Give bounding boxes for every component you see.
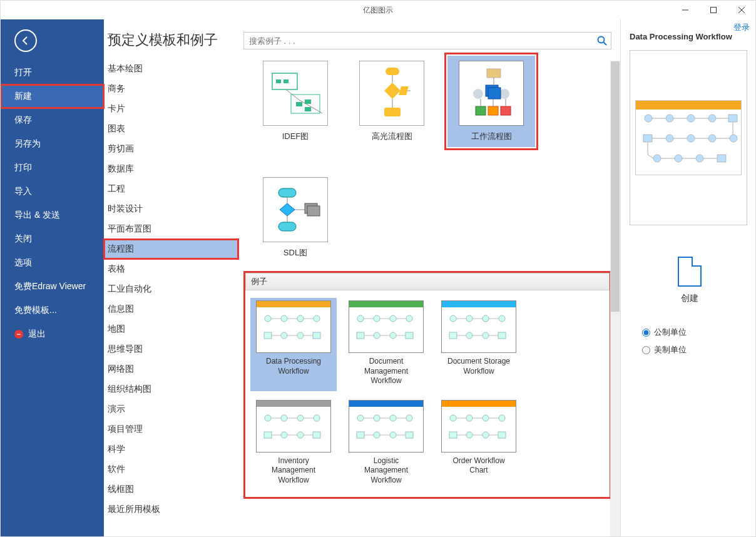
svg-rect-19 bbox=[399, 86, 409, 95]
sidebar-item-templates[interactable]: 免费模板... bbox=[1, 299, 104, 322]
svg-point-96 bbox=[357, 415, 364, 421]
svg-point-60 bbox=[390, 332, 396, 339]
template-sdl[interactable]: SDL图 bbox=[255, 177, 336, 258]
sidebar-item-save[interactable]: 保存 bbox=[1, 108, 104, 132]
example-thumb bbox=[256, 300, 331, 353]
example-label: Data ProcessingWorkflow bbox=[250, 357, 337, 376]
svg-point-40 bbox=[265, 315, 271, 322]
example-card[interactable]: InventoryManagementWorkflow bbox=[250, 397, 337, 491]
svg-point-82 bbox=[265, 415, 271, 421]
scrollbar-thumb[interactable] bbox=[611, 61, 620, 312]
svg-rect-75 bbox=[498, 332, 506, 339]
radio-imperial[interactable]: 美制单位 bbox=[642, 344, 749, 355]
svg-rect-103 bbox=[406, 432, 413, 438]
svg-point-88 bbox=[297, 432, 304, 438]
svg-rect-10 bbox=[296, 102, 302, 106]
svg-point-43 bbox=[314, 315, 320, 322]
app-title: 亿图图示 bbox=[363, 5, 393, 16]
svg-point-126 bbox=[687, 115, 695, 122]
category-item[interactable]: 地图 bbox=[104, 319, 238, 339]
svg-marker-34 bbox=[280, 203, 295, 216]
sidebar-item-import[interactable]: 导入 bbox=[1, 180, 104, 203]
svg-line-5 bbox=[604, 43, 607, 46]
svg-point-54 bbox=[357, 315, 364, 322]
category-item[interactable]: 工程 bbox=[104, 179, 238, 199]
category-item[interactable]: 项目管理 bbox=[104, 419, 238, 439]
category-item[interactable]: 工业自动化 bbox=[104, 279, 238, 299]
sidebar-item-options[interactable]: 选项 bbox=[1, 251, 104, 275]
svg-point-102 bbox=[390, 432, 396, 438]
svg-rect-24 bbox=[488, 88, 501, 99]
category-item[interactable]: 网络图 bbox=[104, 359, 238, 379]
sidebar-item-new[interactable]: 新建 bbox=[1, 84, 104, 108]
radio-metric[interactable]: 公制单位 bbox=[642, 327, 749, 338]
svg-rect-1 bbox=[710, 8, 716, 13]
svg-rect-8 bbox=[284, 79, 289, 83]
svg-rect-20 bbox=[487, 69, 501, 78]
sidebar-item-close[interactable]: 关闭 bbox=[1, 227, 104, 251]
svg-rect-128 bbox=[728, 115, 737, 122]
svg-rect-17 bbox=[384, 108, 401, 116]
example-card[interactable]: Data ProcessingWorkflow bbox=[250, 298, 337, 391]
minimize-button[interactable] bbox=[671, 1, 699, 19]
svg-point-136 bbox=[696, 155, 703, 162]
template-idef[interactable]: IDEF图 bbox=[255, 61, 336, 147]
titlebar: 亿图图示 bbox=[1, 1, 755, 19]
svg-point-124 bbox=[645, 115, 652, 122]
category-item[interactable]: 表格 bbox=[104, 259, 238, 279]
svg-point-133 bbox=[730, 135, 737, 142]
search-icon[interactable] bbox=[593, 36, 611, 46]
example-thumb bbox=[349, 400, 424, 453]
svg-rect-137 bbox=[717, 155, 726, 162]
category-item[interactable]: 思维导图 bbox=[104, 339, 238, 359]
category-item[interactable]: 流程图 bbox=[104, 239, 238, 259]
category-item[interactable]: 演示 bbox=[104, 399, 238, 419]
category-item[interactable]: 最近所用模板 bbox=[104, 499, 238, 519]
create-block[interactable]: 创建 bbox=[630, 257, 749, 304]
maximize-button[interactable] bbox=[699, 1, 727, 19]
category-item[interactable]: 基本绘图 bbox=[104, 59, 238, 79]
svg-point-59 bbox=[374, 332, 380, 339]
example-card[interactable]: Document StorageWorkflow bbox=[436, 298, 522, 391]
svg-point-110 bbox=[450, 415, 456, 421]
category-item[interactable]: 信息图 bbox=[104, 299, 238, 319]
svg-point-69 bbox=[466, 315, 472, 322]
category-item[interactable]: 平面布置图 bbox=[104, 219, 238, 239]
login-link[interactable]: 登录 bbox=[733, 22, 750, 33]
category-item[interactable]: 软件 bbox=[104, 459, 238, 479]
examples-section: 例子 Data ProcessingWorkflowDocumentManage… bbox=[243, 271, 611, 499]
svg-point-71 bbox=[499, 315, 505, 322]
example-card[interactable]: Order WorkflowChart bbox=[436, 397, 522, 491]
category-item[interactable]: 卡片 bbox=[104, 99, 238, 119]
example-label: LogisticManagementWorkflow bbox=[343, 456, 429, 486]
template-workflow[interactable]: 工作流程图 bbox=[447, 56, 535, 147]
example-label: DocumentManagementWorkflow bbox=[343, 357, 429, 386]
sidebar-item-export[interactable]: 导出 & 发送 bbox=[1, 203, 104, 227]
sidebar: 打开 新建 保存 另存为 打印 导入 导出 & 发送 关闭 选项 免费Edraw… bbox=[1, 19, 104, 536]
svg-point-131 bbox=[687, 135, 695, 142]
back-button[interactable] bbox=[14, 29, 37, 52]
svg-point-73 bbox=[466, 332, 472, 339]
category-item[interactable]: 图表 bbox=[104, 119, 238, 139]
category-item[interactable]: 时装设计 bbox=[104, 199, 238, 219]
category-item[interactable]: 线框图 bbox=[104, 479, 238, 499]
sidebar-item-print[interactable]: 打印 bbox=[1, 156, 104, 180]
category-item[interactable]: 数据库 bbox=[104, 159, 238, 179]
search-input[interactable] bbox=[244, 36, 593, 46]
category-item[interactable]: 科学 bbox=[104, 439, 238, 459]
sidebar-item-exit[interactable]: − 退出 bbox=[1, 322, 104, 346]
example-card[interactable]: LogisticManagementWorkflow bbox=[343, 397, 429, 491]
scrollbar[interactable] bbox=[610, 61, 620, 536]
svg-rect-47 bbox=[313, 332, 320, 339]
example-card[interactable]: DocumentManagementWorkflow bbox=[343, 298, 429, 391]
svg-rect-61 bbox=[406, 332, 413, 339]
sidebar-item-viewer[interactable]: 免费Edraw Viewer bbox=[1, 275, 104, 299]
category-item[interactable]: 商务 bbox=[104, 79, 238, 99]
template-highlight-flowchart[interactable]: 高光流程图 bbox=[351, 61, 432, 147]
svg-point-130 bbox=[666, 135, 673, 142]
sidebar-item-open[interactable]: 打开 bbox=[1, 61, 104, 84]
category-item[interactable]: 剪切画 bbox=[104, 139, 238, 159]
category-item[interactable]: 组织结构图 bbox=[104, 379, 238, 399]
close-button[interactable] bbox=[727, 1, 755, 19]
sidebar-item-save-as[interactable]: 另存为 bbox=[1, 132, 104, 156]
